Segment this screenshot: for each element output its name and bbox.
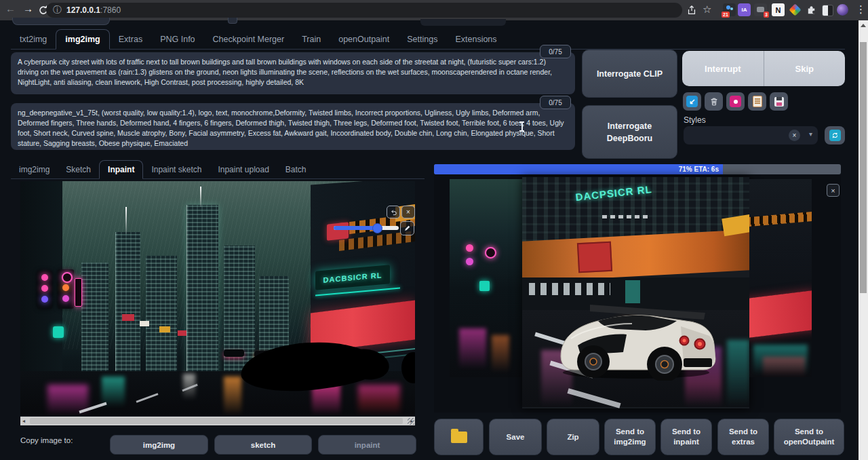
interrogate-deepbooru-button[interactable]: Interrogate DeepBooru bbox=[582, 105, 677, 159]
back-icon[interactable]: ← bbox=[5, 3, 16, 14]
brush-tool-button[interactable] bbox=[400, 221, 414, 235]
forward-icon[interactable]: → bbox=[23, 3, 33, 14]
subtab-inpaint-sketch[interactable]: Inpaint sketch bbox=[143, 161, 210, 178]
copy-to-img2img-button[interactable]: img2img bbox=[110, 435, 208, 455]
url-host: 127.0.0.1 bbox=[66, 5, 100, 15]
scrollbar-thumb[interactable] bbox=[30, 418, 403, 424]
subtab-inpaint-upload[interactable]: Inpaint upload bbox=[210, 161, 277, 178]
inpaint-canvas[interactable]: DACBSICR RL × bbox=[20, 181, 415, 415]
dark-reader-extension-icon[interactable] bbox=[822, 5, 833, 16]
paste-generation-params-button[interactable]: ↙ bbox=[683, 92, 701, 111]
profile-avatar[interactable] bbox=[837, 4, 848, 16]
send-to-img2img-button[interactable]: Send toimg2img bbox=[604, 419, 656, 455]
gallery-thumbnail-right[interactable] bbox=[749, 179, 812, 377]
undo-button[interactable] bbox=[387, 206, 400, 218]
clear-styles-icon[interactable]: × bbox=[789, 130, 800, 141]
extension-badge: 3 bbox=[764, 12, 769, 18]
resize-grip[interactable] bbox=[408, 418, 414, 425]
show-extra-networks-button[interactable] bbox=[726, 92, 745, 111]
refresh-styles-button[interactable] bbox=[825, 126, 845, 145]
scrollbar-thumb[interactable] bbox=[860, 42, 867, 293]
clipboard-icon bbox=[753, 96, 762, 107]
art-spire bbox=[125, 207, 127, 234]
zip-button[interactable]: Zip bbox=[547, 419, 599, 455]
send-to-openoutpaint-button[interactable]: Send toopenOutpaint bbox=[774, 419, 844, 455]
extension-icon-ia[interactable]: IA bbox=[738, 3, 751, 16]
site-info-icon[interactable]: ⓘ bbox=[53, 4, 62, 16]
art-tower bbox=[81, 263, 108, 378]
folder-icon bbox=[451, 432, 467, 443]
url-bar[interactable]: ⓘ 127.0.0.1 :7860 bbox=[46, 3, 682, 18]
scroll-left-icon[interactable]: ◂ bbox=[22, 417, 25, 425]
subtab-sketch[interactable]: Sketch bbox=[58, 161, 99, 178]
interrupt-button[interactable]: Interrupt bbox=[682, 51, 764, 86]
scrolled-fragment bbox=[228, 18, 237, 24]
extension-icon-1[interactable]: 21 bbox=[723, 3, 736, 16]
send-to-inpaint-button[interactable]: Send toinpaint bbox=[660, 419, 712, 455]
open-folder-button[interactable] bbox=[434, 419, 484, 455]
extension-icon-2[interactable]: 3 bbox=[754, 3, 767, 16]
browser-menu-kebab-icon[interactable]: ⋮ bbox=[856, 3, 866, 16]
art-traffic-light bbox=[58, 269, 74, 309]
tab-extras[interactable]: Extras bbox=[110, 30, 151, 49]
notion-extension-icon[interactable]: N bbox=[772, 3, 785, 16]
chevron-down-icon[interactable]: ▾ bbox=[809, 130, 812, 138]
gallery-preview-image[interactable]: DACPSICR RL bbox=[522, 177, 749, 408]
copy-to-inpaint-button[interactable]: inpaint bbox=[318, 435, 416, 455]
scroll-up-icon[interactable] bbox=[861, 24, 866, 27]
gallery-thumbnail-left[interactable] bbox=[450, 179, 522, 377]
clear-prompt-button[interactable] bbox=[705, 92, 723, 111]
interrogate-clip-button[interactable]: Interrogate CLIP bbox=[582, 50, 677, 98]
styles-dropdown[interactable]: × ▾ bbox=[684, 126, 818, 145]
subtab-batch[interactable]: Batch bbox=[277, 161, 315, 178]
close-icon: × bbox=[831, 187, 835, 195]
tab-png-info[interactable]: PNG Info bbox=[151, 30, 203, 49]
art-spire bbox=[200, 187, 201, 207]
prompt-token-counter: 0/75 bbox=[540, 45, 571, 58]
art-billboard bbox=[140, 321, 149, 326]
tab-img2img[interactable]: img2img bbox=[56, 29, 109, 50]
pv-light-strip bbox=[602, 215, 650, 218]
styles-label: Styles bbox=[684, 115, 706, 125]
interrupt-skip-group: Interrupt Skip bbox=[682, 51, 845, 86]
negative-prompt-textarea[interactable]: ng_deepnegative_v1_75t, (worst quality, … bbox=[11, 103, 575, 150]
canvas-horizontal-scrollbar[interactable]: ◂ ▸ bbox=[20, 417, 415, 425]
tab-settings[interactable]: Settings bbox=[398, 30, 446, 49]
art-tower bbox=[224, 246, 255, 378]
page-scrollbar[interactable] bbox=[859, 20, 868, 460]
subtab-img2img[interactable]: img2img bbox=[11, 161, 58, 178]
extra-networks-icon bbox=[730, 96, 741, 107]
extension-badge: 21 bbox=[722, 12, 730, 18]
close-gallery-button[interactable]: × bbox=[827, 184, 840, 197]
prompt-textarea[interactable]: A cyberpunk city street with lots of tra… bbox=[11, 52, 575, 94]
brush-size-slider[interactable] bbox=[334, 226, 399, 230]
tab-checkpoint-merger[interactable]: Checkpoint Merger bbox=[204, 30, 294, 49]
save-button[interactable]: Save bbox=[489, 419, 542, 455]
tab-extensions[interactable]: Extensions bbox=[446, 30, 505, 49]
clear-image-button[interactable]: × bbox=[401, 206, 415, 218]
send-to-extras-button[interactable]: Send toextras bbox=[717, 419, 769, 455]
tab-openoutpaint[interactable]: openOutpaint bbox=[330, 30, 398, 49]
slider-fill bbox=[334, 226, 377, 230]
main-tab-bar: txt2img img2img Extras PNG Info Checkpoi… bbox=[11, 28, 845, 50]
extensions-puzzle-icon[interactable] bbox=[806, 4, 817, 16]
art-neon-strip bbox=[75, 278, 82, 307]
copy-to-sketch-button[interactable]: sketch bbox=[214, 435, 312, 455]
apply-styles-button[interactable] bbox=[748, 92, 766, 111]
scrolled-fragment bbox=[420, 19, 506, 26]
trash-icon bbox=[709, 97, 719, 107]
share-icon[interactable] bbox=[686, 5, 697, 16]
colorful-diamond-extension-icon[interactable] bbox=[789, 3, 801, 16]
tab-train[interactable]: Train bbox=[293, 30, 330, 49]
close-icon: × bbox=[406, 208, 410, 216]
slider-knob[interactable] bbox=[372, 223, 382, 233]
tab-txt2img[interactable]: txt2img bbox=[11, 30, 56, 49]
bookmark-star-icon[interactable]: ☆ bbox=[703, 3, 711, 16]
subtab-inpaint[interactable]: Inpaint bbox=[99, 160, 143, 179]
save-style-button[interactable] bbox=[770, 92, 788, 111]
app-window: ← → ⓘ 127.0.0.1 :7860 ☆ 21 IA 3 N ⋮ bbox=[0, 0, 868, 460]
art-tower bbox=[146, 256, 177, 378]
webui-page: txt2img img2img Extras PNG Info Checkpoi… bbox=[0, 20, 859, 460]
negative-token-counter: 0/75 bbox=[540, 96, 571, 109]
skip-button[interactable]: Skip bbox=[764, 51, 846, 86]
